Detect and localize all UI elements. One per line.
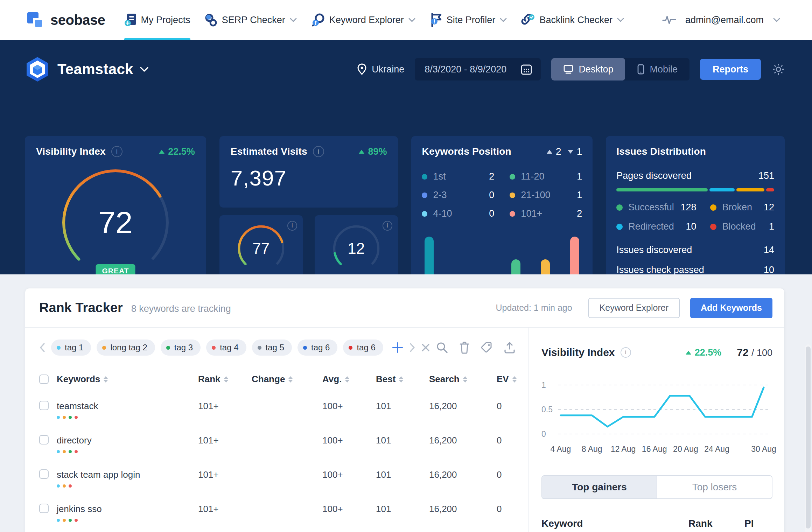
add-tag-icon[interactable]	[392, 342, 404, 354]
column-header-change[interactable]: Change	[252, 374, 322, 385]
keyword-name: teamstack	[57, 401, 98, 411]
device-toggle-desktop[interactable]: Desktop	[551, 58, 625, 80]
rank-tracker-body: tag 1 long tag 2 tag 3 tag 4 tag 5 tag 6…	[25, 328, 784, 532]
table-row[interactable]: stack team app login 101+ 100+ 101 16,20…	[39, 469, 528, 488]
keywords-position-card: Keywords Position 2 1 1st2 11-201 2-30 2…	[411, 136, 593, 294]
legend-item: Broken12	[710, 202, 774, 213]
reports-button[interactable]: Reports	[700, 59, 761, 80]
export-upload-icon[interactable]	[504, 341, 516, 354]
keyword-name: jenkins sso	[57, 504, 102, 514]
spam-gauge: 12	[330, 222, 383, 275]
issues-check-passed-value: 10	[764, 265, 774, 275]
table-row[interactable]: jenkins sso 101+ 100+ 101 16,200 0	[39, 504, 528, 522]
add-keywords-button[interactable]: Add Keywords	[690, 298, 772, 318]
issues-check-passed-label: Issues check passed	[616, 265, 704, 275]
date-range-picker[interactable]: 8/3/2020 - 8/9/2020	[415, 58, 541, 80]
card-title: Visibility Index	[36, 146, 106, 157]
arrow-down-icon	[568, 150, 573, 154]
change-value	[252, 401, 322, 419]
table-row[interactable]: teamstack 101+ 100+ 101 16,200 0	[39, 401, 528, 419]
select-all-checkbox[interactable]	[39, 374, 49, 384]
table-row[interactable]: directory 101+ 100+ 101 16,200 0	[39, 435, 528, 453]
visibility-score-value: 72	[98, 205, 133, 240]
tag-pill[interactable]: tag 6	[298, 340, 337, 356]
column-header-avg[interactable]: Avg.	[322, 374, 376, 385]
visits-scores-column: Estimated Visits i 89% 7,397 i	[219, 136, 398, 294]
tag-pill[interactable]: long tag 2	[97, 340, 155, 356]
tab-top-losers[interactable]: Top losers	[657, 476, 772, 498]
arrow-up-icon	[359, 150, 364, 154]
nav-label: Site Profiler	[447, 15, 496, 26]
search-volume-value: 16,200	[429, 504, 497, 522]
column-header-keywords[interactable]: Keywords	[57, 374, 198, 385]
nav-item-keyword-explorer[interactable]: Keyword Explorer	[311, 0, 416, 40]
location-selector[interactable]: Ukraine	[357, 63, 404, 75]
x-axis: 4 Aug 8 Aug 12 Aug 16 Aug 20 Aug 24 Aug …	[541, 442, 772, 456]
nav-item-my-projects[interactable]: My Projects	[124, 0, 190, 40]
column-header-ev[interactable]: EV	[497, 374, 528, 385]
best-value: 101	[376, 504, 429, 522]
brand-wordmark: seobase	[50, 12, 105, 28]
info-icon[interactable]: i	[287, 221, 297, 231]
scrollbar-thumb[interactable]	[806, 346, 811, 528]
row-checkbox[interactable]	[39, 504, 49, 513]
tags-scroll-right-icon[interactable]	[409, 343, 415, 352]
info-icon[interactable]: i	[621, 347, 631, 358]
x-tick: 30 Aug	[751, 444, 776, 454]
keyword-name: directory	[57, 435, 92, 446]
info-icon[interactable]: i	[313, 146, 324, 157]
column-header-rank[interactable]: Rank	[198, 374, 252, 385]
nav-item-serp-checker[interactable]: SERP Checker	[204, 0, 297, 40]
rank-value: 101+	[198, 435, 252, 453]
legend-item: Redirected10	[616, 221, 696, 232]
brand-logo[interactable]: seobase	[26, 11, 105, 29]
pages-distribution-bar	[616, 188, 774, 191]
projects-icon	[124, 13, 137, 27]
rank-value: 101+	[198, 401, 252, 419]
settings-gear-icon[interactable]	[771, 62, 785, 76]
tag-pill[interactable]: tag 4	[206, 340, 246, 356]
tags-scroll-left-icon[interactable]	[39, 343, 46, 352]
rank-tracker-title: Rank Tracker	[39, 300, 123, 315]
row-checkbox[interactable]	[39, 401, 49, 410]
tag-pill[interactable]: tag 6	[343, 340, 383, 356]
chevron-down-icon	[289, 18, 297, 22]
nav-account-area: admin@email.com	[662, 15, 780, 26]
nav-label: SERP Checker	[222, 15, 285, 26]
tab-top-gainers[interactable]: Top gainers	[542, 476, 657, 498]
nav-item-backlink-checker[interactable]: Backlink Checker	[521, 0, 624, 40]
legend-item: 11-201	[510, 171, 582, 182]
tag-pill[interactable]: tag 3	[161, 340, 201, 356]
issues-discovered-value: 14	[764, 245, 774, 255]
info-icon[interactable]: i	[383, 221, 392, 231]
delete-trash-icon[interactable]	[459, 341, 470, 354]
row-checkbox[interactable]	[39, 469, 49, 479]
tag-pill[interactable]: tag 1	[51, 340, 91, 356]
info-icon[interactable]: i	[111, 146, 122, 157]
search-icon[interactable]	[436, 341, 448, 354]
clear-tags-icon[interactable]	[421, 343, 430, 352]
updated-timestamp: Updated: 1 min ago	[496, 303, 572, 313]
keyword-explorer-button[interactable]: Keyword Explorer	[588, 298, 680, 318]
visibility-delta: 22.5%	[159, 146, 195, 157]
device-toggle-mobile[interactable]: Mobile	[625, 58, 690, 80]
activity-pulse-icon[interactable]	[662, 15, 676, 25]
col-keyword: Keyword	[541, 518, 583, 529]
page-scrollbar[interactable]	[805, 344, 811, 532]
nav-item-site-profiler[interactable]: Site Profiler	[430, 0, 507, 40]
legend-item: Successful128	[616, 202, 696, 213]
search-volume-value: 16,200	[429, 469, 497, 488]
account-email[interactable]: admin@email.com	[685, 15, 764, 26]
legend-item: 1st2	[422, 171, 494, 182]
column-header-search[interactable]: Search	[429, 374, 497, 385]
project-switcher-chevron-icon[interactable]	[140, 66, 149, 72]
x-tick: 24 Aug	[704, 444, 729, 454]
chevron-down-icon[interactable]	[773, 18, 780, 22]
tag-pill[interactable]: tag 5	[252, 340, 292, 356]
search-volume-value: 16,200	[429, 401, 497, 419]
top-nav: seobase My Projects	[0, 0, 812, 40]
row-checkbox[interactable]	[39, 435, 49, 444]
y-tick: 1	[541, 380, 546, 390]
column-header-best[interactable]: Best	[376, 374, 429, 385]
tag-label-icon[interactable]	[481, 341, 493, 354]
